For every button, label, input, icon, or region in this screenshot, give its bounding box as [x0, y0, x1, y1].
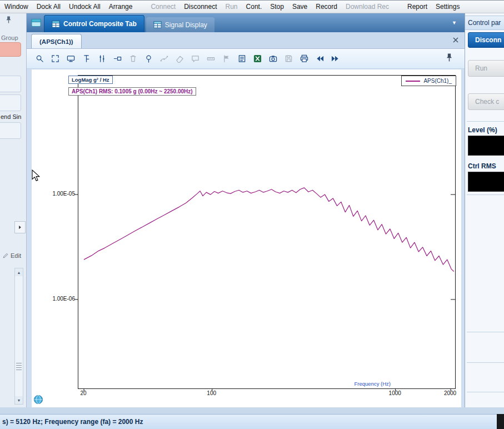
tab-control-composite[interactable]: Control Composite Tab	[44, 15, 144, 32]
menu-bar: WindowDock AllUndock AllArrangeConnectDi…	[0, 0, 504, 13]
arrow-right-icon	[17, 225, 23, 230]
next-frame-icon[interactable]	[329, 53, 341, 65]
tab-strip: Control Composite Tab Signal Display ▼	[27, 13, 465, 32]
expand-icon[interactable]	[49, 53, 61, 65]
print-icon[interactable]	[298, 53, 310, 65]
signal-plot	[78, 76, 455, 388]
bottom-strip	[0, 407, 504, 414]
menu-item-dock-all[interactable]: Dock All	[37, 3, 61, 11]
menu-item-stop[interactable]: Stop	[270, 3, 284, 11]
display-setting-icon[interactable]	[64, 53, 77, 65]
peak-marker-icon[interactable]	[142, 53, 154, 65]
close-icon[interactable]	[452, 36, 460, 44]
delete-marker-icon[interactable]	[127, 53, 139, 65]
level-display	[468, 136, 504, 156]
control-panel-header[interactable]: Control par	[465, 16, 504, 30]
menu-item-connect: Connect	[151, 3, 176, 11]
menu-item-save[interactable]: Save	[292, 3, 307, 11]
sidebar-swatch[interactable]	[0, 42, 21, 57]
annotation-icon[interactable]	[189, 53, 201, 65]
status-bar: s) = 5120 Hz; Frequency range (fa) = 200…	[0, 414, 504, 429]
x-axis-title: Frequency (Hz)	[355, 381, 391, 387]
sidebar-item[interactable]	[0, 122, 21, 139]
curve-fit-icon[interactable]	[158, 53, 170, 65]
auto-scale-icon[interactable]	[33, 53, 46, 65]
window-corner	[497, 414, 504, 429]
tab-dropdown-icon[interactable]: ▼	[452, 20, 457, 26]
document-tab-bar: (APS(Ch1))	[27, 32, 465, 49]
menu-item-settings[interactable]: Settings	[436, 3, 460, 11]
check-button[interactable]: Check c	[468, 93, 504, 110]
pin-icon[interactable]	[445, 53, 455, 64]
menu-item-cont-[interactable]: Cont.	[246, 3, 262, 11]
ctrl-rms-label: Ctrl RMS	[468, 162, 496, 170]
flag-marker-icon[interactable]	[220, 53, 232, 65]
menu-item-arrange[interactable]: Arrange	[109, 3, 133, 11]
app-window: WindowDock AllUndock AllArrangeConnectDi…	[0, 0, 504, 429]
sidebar-item[interactable]	[0, 76, 21, 92]
note-icon[interactable]	[236, 53, 248, 65]
divider	[467, 332, 504, 332]
snapshot-icon[interactable]	[267, 53, 279, 65]
aps-ch1-curve	[84, 188, 454, 272]
scroll-down-button[interactable]: ▼	[15, 396, 23, 404]
sidebar-expand-button[interactable]	[14, 221, 26, 233]
x-tick-label: 20	[80, 390, 86, 396]
divider	[467, 121, 504, 122]
sidebar-swept-sine-label: end Sin	[1, 113, 21, 120]
left-sidebar: Group end Sin Edit ▲ ▼	[0, 13, 27, 407]
edit-label: Edit	[11, 252, 21, 259]
window-list-icon[interactable]	[31, 18, 41, 28]
ctrl-rms-display	[468, 172, 504, 192]
doc-tab-aps-ch1[interactable]: (APS(Ch1))	[31, 34, 82, 48]
menu-item-run: Run	[226, 3, 238, 11]
x-tick-label: 100	[207, 390, 216, 396]
menu-item-report[interactable]: Report	[407, 3, 427, 11]
disconnect-button[interactable]: Disconn	[468, 32, 504, 48]
sidebar-item[interactable]	[0, 94, 21, 111]
rms-readout: APS(Ch1) RMS: 0.1005 g (0.00Hz ~ 2250.00…	[68, 87, 196, 96]
run-button[interactable]: Run	[468, 60, 504, 77]
tab-label: Control Composite Tab	[63, 20, 137, 28]
sidebar-scrollbar[interactable]: ▲ ▼	[14, 268, 23, 405]
x-tick-label: 1000	[389, 390, 401, 396]
grid-icon	[153, 21, 162, 29]
remove-marker-icon[interactable]	[111, 53, 123, 65]
plot-area[interactable]	[78, 75, 456, 389]
x-tick-label: 2000	[444, 390, 456, 396]
tab-signal-display[interactable]: Signal Display	[146, 17, 214, 32]
export-excel-icon[interactable]	[251, 53, 263, 65]
legend-label: APS(Ch1)_	[423, 78, 452, 84]
chart-toolbar	[27, 49, 465, 69]
legend[interactable]: APS(Ch1)_	[401, 76, 456, 86]
doc-tab-label: (APS(Ch1))	[39, 38, 73, 45]
scroll-up-button[interactable]: ▲	[15, 268, 23, 276]
y-format-label: LogMag g² / Hz	[68, 76, 113, 84]
edit-button[interactable]: Edit	[2, 252, 21, 259]
legend-line	[406, 81, 420, 82]
pencil-icon	[2, 252, 9, 259]
y-tick-label: 1.00E-05	[32, 191, 75, 197]
auto-hide-pin-icon[interactable]	[4, 16, 13, 24]
menu-item-record[interactable]: Record	[316, 3, 337, 11]
control-panel-title: Control par	[468, 19, 501, 27]
y-tick-label: 1.00E-06	[32, 296, 75, 302]
menu-item-disconnect[interactable]: Disconnect	[184, 3, 217, 11]
measure-icon[interactable]	[204, 53, 217, 65]
control-panel: Control par Disconn Run Check c Level (%…	[465, 13, 504, 407]
level-label: Level (%)	[468, 126, 497, 134]
harmonic-cursor-icon[interactable]	[96, 53, 108, 65]
scroll-thumb[interactable]	[16, 363, 22, 370]
divider	[467, 194, 504, 195]
grid-icon	[52, 20, 60, 28]
cursor-icon[interactable]	[80, 53, 92, 65]
live-indicator-icon[interactable]	[33, 395, 43, 405]
divider	[467, 392, 504, 392]
prev-frame-icon[interactable]	[313, 53, 326, 65]
status-text: s) = 5120 Hz; Frequency range (fa) = 200…	[2, 418, 143, 426]
sidebar-group-label: Group	[1, 34, 18, 41]
erase-icon[interactable]	[173, 53, 186, 65]
menu-item-undock-all[interactable]: Undock All	[69, 3, 101, 11]
save-signal-icon[interactable]	[282, 53, 295, 65]
menu-item-window[interactable]: Window	[4, 3, 28, 11]
